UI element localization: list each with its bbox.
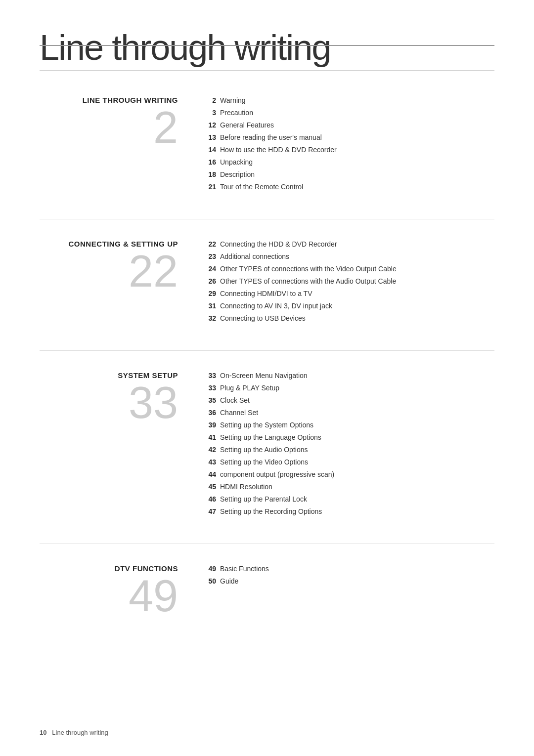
footer-page-number: 10 (40, 729, 46, 736)
toc-entry-text: Setting up the System Options (220, 420, 494, 430)
toc-entry-number: 18 (203, 169, 220, 180)
section-left-dtv-functions: DTV FUNCTIONS49 (40, 564, 198, 618)
toc-entry-number: 46 (203, 494, 220, 504)
toc-entry: 24Other TYPES of connections with the Vi… (203, 264, 494, 274)
toc-sections: LINE THROUGH WRITING22Warning3Precaution… (40, 95, 494, 618)
toc-entry-number: 29 (203, 289, 220, 299)
toc-entry: 50Guide (203, 576, 494, 587)
toc-entry-text: Additional connections (220, 252, 494, 262)
toc-entry-text: Setting up the Audio Options (220, 445, 494, 455)
toc-entry-text: Other TYPES of connections with the Vide… (220, 264, 494, 274)
toc-entry: 2Warning (203, 95, 494, 106)
toc-entry-number: 45 (203, 482, 220, 492)
section-right-connecting-setting-up: 22Connecting the HDD & DVD Recorder23Add… (198, 239, 494, 326)
toc-entry-number: 43 (203, 457, 220, 467)
toc-entry-text: Setting up the Parental Lock (220, 494, 494, 504)
toc-entry-number: 39 (203, 420, 220, 430)
toc-entry-number: 32 (203, 313, 220, 324)
toc-entry-number: 50 (203, 576, 220, 587)
toc-entry-text: HDMI Resolution (220, 482, 494, 492)
section-number-line-through-writing: 2 (40, 105, 178, 150)
toc-entry-text: Setting up the Video Options (220, 457, 494, 467)
toc-entry-number: 35 (203, 395, 220, 406)
toc-entry-number: 13 (203, 132, 220, 143)
section-number-dtv-functions: 49 (40, 574, 178, 618)
toc-entry-text: Tour of the Remote Control (220, 182, 494, 192)
section-divider (40, 544, 494, 544)
toc-entry: 42Setting up the Audio Options (203, 445, 494, 455)
toc-entry: 45HDMI Resolution (203, 482, 494, 492)
toc-entry-text: Guide (220, 576, 494, 587)
toc-section-system-setup: SYSTEM SETUP3333On-Screen Menu Navigatio… (40, 371, 494, 519)
toc-entry: 46Setting up the Parental Lock (203, 494, 494, 504)
toc-entry: 29Connecting HDMI/DVI to a TV (203, 289, 494, 299)
toc-entry-text: Precaution (220, 108, 494, 118)
toc-entry-text: On-Screen Menu Navigation (220, 371, 494, 381)
toc-entry-text: Clock Set (220, 395, 494, 406)
toc-entry: 12General Features (203, 120, 494, 130)
toc-entry: 39Setting up the System Options (203, 420, 494, 430)
section-left-system-setup: SYSTEM SETUP33 (40, 371, 198, 425)
toc-entry-number: 21 (203, 182, 220, 192)
toc-entry-number: 33 (203, 371, 220, 381)
toc-entry-text: Channel Set (220, 408, 494, 418)
toc-entry: 18Description (203, 169, 494, 180)
toc-entry-number: 42 (203, 445, 220, 455)
page-title-container: Line through writing (40, 30, 494, 71)
toc-entry: 32Connecting to USB Devices (203, 313, 494, 324)
section-number-connecting-setting-up: 22 (40, 249, 178, 294)
section-right-dtv-functions: 49Basic Functions50Guide (198, 564, 494, 588)
toc-entry-number: 22 (203, 239, 220, 250)
toc-entry-number: 36 (203, 408, 220, 418)
toc-entry: 23Additional connections (203, 252, 494, 262)
toc-entry: 13Before reading the user's manual (203, 132, 494, 143)
toc-entry: 21Tour of the Remote Control (203, 182, 494, 192)
toc-entry-text: Connecting HDMI/DVI to a TV (220, 289, 494, 299)
footer-title: Line through writing (52, 729, 108, 736)
toc-entry-number: 31 (203, 301, 220, 311)
toc-entry: 3Precaution (203, 108, 494, 118)
toc-entry-text: Basic Functions (220, 564, 494, 574)
strikethrough-decoration (40, 45, 494, 46)
page: Line through writing LINE THROUGH WRITIN… (0, 0, 534, 756)
toc-entry-number: 44 (203, 469, 220, 480)
toc-section-dtv-functions: DTV FUNCTIONS4949Basic Functions50Guide (40, 564, 494, 618)
toc-entry: 41Setting up the Language Options (203, 432, 494, 443)
section-right-line-through-writing: 2Warning3Precaution12General Features13B… (198, 95, 494, 194)
toc-entry-text: General Features (220, 120, 494, 130)
toc-entry-text: Other TYPES of connections with the Audi… (220, 276, 494, 287)
toc-entry-number: 2 (203, 95, 220, 106)
toc-entry-number: 47 (203, 506, 220, 517)
toc-entry: 31Connecting to AV IN 3, DV input jack (203, 301, 494, 311)
section-right-system-setup: 33On-Screen Menu Navigation33Plug & PLAY… (198, 371, 494, 519)
toc-entry-number: 16 (203, 157, 220, 168)
toc-entry: 44component output (progressive scan) (203, 469, 494, 480)
toc-section-connecting-setting-up: CONNECTING & SETTING UP2222Connecting th… (40, 239, 494, 326)
toc-entry-number: 49 (203, 564, 220, 574)
toc-entry-number: 24 (203, 264, 220, 274)
section-divider (40, 219, 494, 219)
toc-entry-text: Setting up the Recording Options (220, 506, 494, 517)
section-left-line-through-writing: LINE THROUGH WRITING2 (40, 95, 198, 150)
toc-entry: 47Setting up the Recording Options (203, 506, 494, 517)
section-left-connecting-setting-up: CONNECTING & SETTING UP22 (40, 239, 198, 294)
toc-section-line-through-writing: LINE THROUGH WRITING22Warning3Precaution… (40, 95, 494, 194)
toc-entry-number: 26 (203, 276, 220, 287)
toc-entry-number: 41 (203, 432, 220, 443)
toc-entry: 36Channel Set (203, 408, 494, 418)
toc-entry: 33On-Screen Menu Navigation (203, 371, 494, 381)
toc-entry: 14How to use the HDD & DVD Recorder (203, 145, 494, 155)
footer: 10_ Line through writing (40, 729, 108, 736)
toc-entry-number: 14 (203, 145, 220, 155)
toc-entry-text: Connecting to AV IN 3, DV input jack (220, 301, 494, 311)
toc-entry-text: Plug & PLAY Setup (220, 383, 494, 393)
toc-entry: 35Clock Set (203, 395, 494, 406)
toc-entry: 26Other TYPES of connections with the Au… (203, 276, 494, 287)
toc-entry-text: component output (progressive scan) (220, 469, 494, 480)
toc-entry-text: Unpacking (220, 157, 494, 168)
toc-entry: 16Unpacking (203, 157, 494, 168)
toc-entry-text: Connecting to USB Devices (220, 313, 494, 324)
toc-entry-text: Setting up the Language Options (220, 432, 494, 443)
section-number-system-setup: 33 (40, 380, 178, 425)
toc-entry-number: 12 (203, 120, 220, 130)
